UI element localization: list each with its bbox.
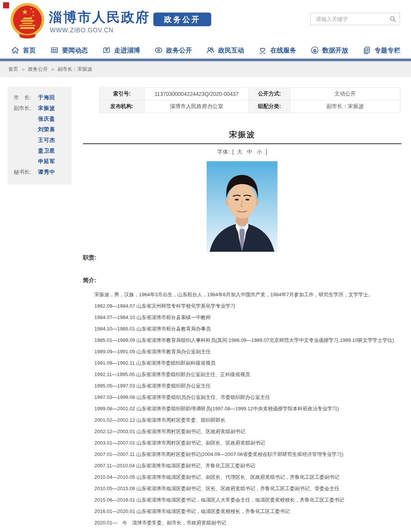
nav-separator-bar xyxy=(0,59,411,61)
document-meta-table: 索引号: 11370300004224423Q/2020-00437 公开方式:… xyxy=(99,87,400,113)
search-input[interactable] xyxy=(315,16,389,22)
bio-line: 1989.09—1991.09 山东省淄博市教育局办公室副主任 xyxy=(94,346,394,357)
eye-icon xyxy=(154,46,163,55)
font-size-small-button[interactable]: 小 xyxy=(257,149,263,155)
title-divider xyxy=(83,143,401,144)
site-url: WWW.ZIBO.GOV.CN xyxy=(50,27,113,34)
profile-heading: 简介: xyxy=(83,277,96,284)
nav-item-about-zibo[interactable]: 走进淄博 xyxy=(102,46,140,55)
duties-heading: 职责: xyxy=(83,254,96,261)
breadcrumb-gov-affairs[interactable]: 政务公开 xyxy=(28,66,48,73)
bio-line: 1984.10—1985.01 山东省淄博市桓台县教育局办事员 xyxy=(94,323,394,335)
bio-line: 1999.08—2001.02 山东省淄博市委组织部助理调研员(1997.08—… xyxy=(94,403,394,414)
nav-item-gov-affairs[interactable]: 政务公开 xyxy=(154,46,192,55)
meta-label-agency: 发布机构: xyxy=(99,100,145,113)
official-portrait-photo xyxy=(207,161,277,252)
meta-value-index: 11370300004224423Q/2020-00437 xyxy=(145,88,249,100)
breadcrumb-separator: > xyxy=(22,67,25,72)
bio-line: 1982.09—1984.07 山东省滨州师范专科学校化学系化学专业学习 xyxy=(94,300,394,312)
official-name-link[interactable]: 盖卫星 xyxy=(38,148,55,154)
national-emblem-logo[interactable]: ★ ★ ★ ★ ★ xyxy=(9,2,46,40)
site-title[interactable]: 淄博市人民政府 xyxy=(49,8,150,26)
bio-line: 2001.02—2002.12 山东省淄博市周村区委常委、组织部部长 xyxy=(94,414,394,426)
news-icon xyxy=(50,46,59,55)
meta-label-category: 组配分类: xyxy=(249,100,290,113)
bracket: [ xyxy=(232,149,234,155)
official-name-link[interactable]: 宋振波 xyxy=(38,105,55,112)
list-item: 申延军 xyxy=(14,156,72,167)
bio-line: 1995.05—1997.03 山东省淄博市委组织部办公室主任 xyxy=(94,380,394,392)
bio-line: 2010.05—2015.06 山东省淄博市临淄区委副书记、区长、区政府党组书记… xyxy=(94,483,394,494)
meta-value-agency: 淄博市人民政府办公室 xyxy=(145,100,249,113)
search-icon[interactable] xyxy=(389,15,397,23)
meta-value-category: 副市长：宋振波 xyxy=(290,100,400,113)
breadcrumb-current: 副市长：宋振波 xyxy=(57,66,92,73)
official-role-label: 市 长: xyxy=(14,94,38,101)
nav-item-interaction[interactable]: 政民互动 xyxy=(206,46,244,55)
official-name-link[interactable]: 谭秀中 xyxy=(38,169,55,176)
nav-label: 走进淄博 xyxy=(114,46,140,55)
main-nav: 首页 要闻动态 走进淄博 政务公开 xyxy=(0,42,411,59)
official-name-link[interactable]: 于海田 xyxy=(38,94,55,101)
bio-line: 2010.04—2010.05 山东省淄博市临淄区委副书记、副区长、代理区长、区… xyxy=(94,472,394,483)
bio-line: 2003.01—2007.01 山东省淄博市周村区委副书记、副区长、区政府党组副… xyxy=(94,437,394,449)
official-role-label: 秘书长: xyxy=(14,169,38,176)
header: ★ ★ ★ ★ ★ 淄博市人民政府 WWW.ZIBO.GOV.CN 政务公开 xyxy=(0,0,411,42)
nav-item-special-columns[interactable]: 专题专栏 xyxy=(362,46,400,55)
list-item: 张庆盈 xyxy=(14,114,72,124)
heart-icon xyxy=(258,46,267,55)
meta-value-publicity: 主动公开 xyxy=(290,88,400,100)
nav-label: 政民互动 xyxy=(218,46,244,55)
list-item: 市 长: 于海田 xyxy=(14,92,72,103)
nav-item-news[interactable]: 要闻动态 xyxy=(50,46,88,55)
list-item: 副市长: 宋振波 xyxy=(14,103,72,114)
breadcrumb: 首页 > 政务公开 > 副市长：宋振波 xyxy=(0,61,411,77)
bio-line: 2002.12—2003.01 山东省淄博市周村区委副书记、区政府党组副书记 xyxy=(94,426,394,437)
list-item: 王可杰 xyxy=(14,135,72,146)
bio-line: 2020.01— 今 淄博市委常委、副市长，市政府党组副书记 xyxy=(94,517,394,529)
list-item: 盖卫星 xyxy=(14,146,72,156)
layers-icon xyxy=(310,46,319,55)
nav-label: 政务公开 xyxy=(166,46,192,55)
official-name-link[interactable]: 申延军 xyxy=(38,158,55,165)
official-name-link[interactable]: 张庆盈 xyxy=(38,116,55,122)
font-size-large-button[interactable]: 大 xyxy=(237,149,243,155)
search-box xyxy=(310,13,400,25)
official-name-link[interactable]: 王可杰 xyxy=(38,137,55,144)
nav-label: 首页 xyxy=(23,46,36,55)
nav-item-open-data[interactable]: 数据开放 xyxy=(310,46,348,55)
meta-label-index: 索引号: xyxy=(99,88,145,100)
bio-line: 2016.01—2020.01 山东省淄博市临淄区委书记，临淄区委党校校长，齐鲁… xyxy=(94,506,394,517)
bio-line: 1992.11—1995.05 山东省淄博市委组织部办公室副主任、正科级巡视员 xyxy=(94,369,394,380)
bio-line: 1985.01—1989.09 山东省淄博市教育局组织人事科科员(其间:1986… xyxy=(94,335,394,346)
meta-label-publicity: 公开方式: xyxy=(249,88,290,100)
svg-text:★: ★ xyxy=(22,8,28,16)
list-item: 刘荣喜 xyxy=(14,124,72,135)
nav-label: 数据开放 xyxy=(322,46,348,55)
font-size-medium-button[interactable]: 中 xyxy=(247,149,253,155)
bio-line: 1991.09—1992.11 山东省淄博市委组织部副科级巡视员 xyxy=(94,357,394,369)
official-role-label: 副市长: xyxy=(14,105,38,112)
bio-line: 宋振波，男，汉族，1964年3月出生，山东桓台人，1984年6月加入中国共产党，… xyxy=(94,289,394,300)
nav-label: 要闻动态 xyxy=(62,46,88,55)
bio-line: 1984.07—1984.10 山东省淄博市桓台县索镇一中教师 xyxy=(94,312,394,323)
official-name-link[interactable]: 刘荣喜 xyxy=(38,126,55,133)
list-item: 秘书长: 谭秀中 xyxy=(14,167,72,178)
docs-icon xyxy=(362,46,371,55)
biography-text: 宋振波，男，汉族，1964年3月出生，山东桓台人，1984年6月加入中国共产党，… xyxy=(94,289,394,529)
breadcrumb-separator: > xyxy=(51,67,54,72)
table-row: 索引号: 11370300004224423Q/2020-00437 公开方式:… xyxy=(99,88,400,100)
bio-line: 1997.03—1999.08 山东省淄博市委组织员办公室副主任、市委组织部办公… xyxy=(94,392,394,403)
breadcrumb-home[interactable]: 首页 xyxy=(8,66,18,73)
nav-label: 专题专栏 xyxy=(374,46,400,55)
officials-sidebar: 市 长: 于海田 副市长: 宋振波 张庆盈 刘荣喜 王可杰 盖卫星 申延军 秘书… xyxy=(8,87,72,184)
corner-red-decor xyxy=(3,2,9,8)
nav-item-online-services[interactable]: 在线服务 xyxy=(258,46,296,55)
bio-line: 2007.01—2007.11 山东省淄博市周村区委副书记(2004.09—20… xyxy=(94,449,394,460)
font-size-selector: 字体: [ 大 中 小 ] xyxy=(83,149,401,156)
nav-item-home[interactable]: 首页 xyxy=(11,46,36,55)
svg-text:★: ★ xyxy=(32,10,35,14)
gov-affairs-badge-button[interactable]: 政务公开 xyxy=(153,13,211,26)
page: ★ ★ ★ ★ ★ 淄博市人民政府 WWW.ZIBO.GOV.CN 政务公开 xyxy=(0,0,411,532)
table-row: 发布机构: 淄博市人民政府办公室 组配分类: 副市长：宋振波 xyxy=(99,100,400,113)
